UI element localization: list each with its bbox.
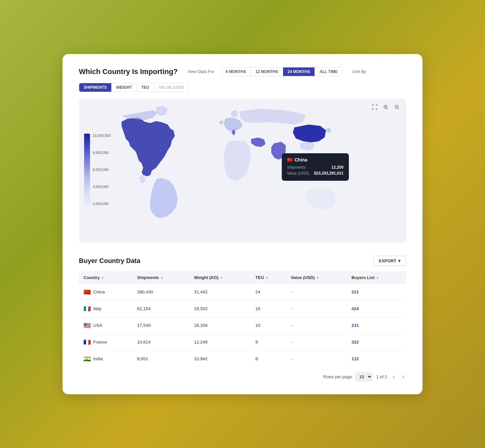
cell-weight-2: 18,204 — [189, 317, 251, 334]
header: Which Country Is Importing? View Data Fo… — [79, 67, 406, 92]
sort-icon-weight: ▾ — [221, 276, 222, 280]
col-teu[interactable]: TEU ▾ — [251, 271, 286, 284]
tooltip-value-value: $23,293,291,021 — [314, 171, 343, 176]
buyers-link-4[interactable]: 112 — [351, 356, 359, 361]
flag-0: 🇨🇳 — [83, 289, 91, 296]
sort-icon-buyers: ▾ — [377, 276, 378, 280]
cell-teu-2: 10 — [251, 317, 286, 334]
cell-buyers-3[interactable]: 322 — [347, 334, 406, 350]
export-button[interactable]: EXPORT ▾ — [373, 256, 406, 266]
zoom-out-icon[interactable] — [392, 103, 402, 112]
country-name-1: Italy — [93, 306, 101, 311]
cell-teu-4: 8 — [251, 350, 286, 367]
cell-buyers-4[interactable]: 112 — [347, 350, 406, 367]
tooltip-country: 🇨🇳 China — [287, 157, 344, 162]
cell-value-0: -- — [286, 284, 347, 301]
cell-shipments-2: 17,549 — [133, 317, 189, 334]
svg-line-5 — [398, 108, 399, 109]
time-btn-24months[interactable]: 24 MONTHS — [283, 67, 315, 76]
legend-label-2: 8,000,000 — [93, 151, 111, 155]
flag-1: 🇮🇹 — [83, 305, 91, 312]
section-title: Buyer Country Data — [79, 257, 140, 265]
unit-btn-weight[interactable]: WEIGHT — [112, 83, 137, 92]
chevron-down-icon: ▾ — [398, 258, 401, 263]
buyers-link-3[interactable]: 322 — [351, 340, 359, 345]
time-button-group: 6 MONTHS 12 MONTHS 24 MONTHS ALL TIME — [221, 67, 343, 76]
cell-shipments-1: 62,154 — [133, 300, 189, 317]
table-header-row: Country ▾ Shipments ▾ Weight (KG) ▾ TEU … — [79, 271, 406, 284]
rows-per-page-label: Rows per page: — [323, 374, 353, 379]
cell-shipments-4: 8,051 — [133, 350, 189, 367]
tooltip-shipments-label: Shipments — [287, 165, 306, 170]
data-table: Country ▾ Shipments ▾ Weight (KG) ▾ TEU … — [79, 271, 406, 367]
fullscreen-icon[interactable] — [370, 103, 379, 112]
map-container: 10,000,000 8,000,000 6,000,000 4,000,000… — [79, 99, 406, 243]
cell-weight-1: 29,502 — [189, 300, 251, 317]
legend-label-5: 2,000,000 — [93, 202, 111, 206]
cell-buyers-0[interactable]: 221 — [347, 284, 406, 301]
unit-by-label: Unit By — [352, 69, 366, 74]
legend-label-1: 10,000,000 — [93, 134, 111, 138]
buyers-link-1[interactable]: 424 — [351, 306, 359, 311]
world-map[interactable] — [79, 99, 406, 243]
cell-teu-1: 16 — [251, 300, 286, 317]
cell-buyers-1[interactable]: 424 — [347, 300, 406, 317]
legend-label-4: 4,000,000 — [93, 185, 111, 189]
flag-2: 🇺🇸 — [83, 322, 91, 329]
zoom-in-icon[interactable] — [381, 103, 390, 112]
legend-bar — [84, 134, 90, 206]
unit-btn-shipments[interactable]: SHIPMENTS — [79, 83, 112, 92]
page-title: Which Country Is Importing? — [79, 67, 178, 76]
tooltip-value-label: Value (USD) — [287, 171, 309, 176]
page-info: 1 of 3 — [376, 374, 387, 379]
cell-teu-0: 24 — [251, 284, 286, 301]
buyers-link-0[interactable]: 221 — [351, 289, 359, 294]
table-row: 🇫🇷 France 10,614 12,249 9 -- 322 — [79, 334, 406, 350]
time-btn-6months[interactable]: 6 MONTHS — [221, 67, 251, 76]
cell-value-4: -- — [286, 350, 347, 367]
prev-page-button[interactable]: ‹ — [391, 373, 396, 380]
table-row: 🇮🇳 India 8,051 10,942 8 -- 112 — [79, 350, 406, 367]
col-country[interactable]: Country ▾ — [79, 271, 133, 284]
view-data-label: View Data For — [188, 69, 214, 74]
tooltip-country-name: China — [295, 157, 307, 162]
cell-teu-3: 9 — [251, 334, 286, 350]
cell-shipments-0: 280,430 — [133, 284, 189, 301]
cell-value-1: -- — [286, 300, 347, 317]
sort-icon-country: ▾ — [102, 276, 103, 280]
cell-country-1: 🇮🇹 Italy — [79, 300, 133, 317]
unit-btn-value[interactable]: VALUE (USD) — [154, 83, 188, 92]
svg-line-1 — [387, 108, 388, 109]
sort-icon-teu: ▾ — [266, 276, 268, 280]
rows-per-page-select[interactable]: 10 25 50 — [355, 372, 372, 381]
cell-country-4: 🇮🇳 India — [79, 350, 133, 367]
next-page-button[interactable]: › — [401, 373, 406, 380]
col-shipments[interactable]: Shipments ▾ — [133, 271, 189, 284]
cell-value-2: -- — [286, 317, 347, 334]
cell-country-2: 🇺🇸 USA — [79, 317, 133, 334]
cell-value-3: -- — [286, 334, 347, 350]
flag-3: 🇫🇷 — [83, 339, 91, 346]
buyers-link-2[interactable]: 231 — [351, 323, 359, 328]
map-controls — [370, 103, 402, 112]
country-name-2: USA — [93, 323, 102, 328]
col-value[interactable]: Value (USD) ▾ — [286, 271, 347, 284]
cell-buyers-2[interactable]: 231 — [347, 317, 406, 334]
cell-weight-3: 12,249 — [189, 334, 251, 350]
col-weight[interactable]: Weight (KG) ▾ — [189, 271, 251, 284]
cell-weight-0: 31,442 — [189, 284, 251, 301]
cell-country-3: 🇫🇷 France — [79, 334, 133, 350]
table-row: 🇺🇸 USA 17,549 18,204 10 -- 231 — [79, 317, 406, 334]
map-legend: 10,000,000 8,000,000 6,000,000 4,000,000… — [84, 134, 111, 208]
tooltip-shipments-row: Shipments 12,200 — [287, 165, 344, 170]
unit-button-group: SHIPMENTS WEIGHT TEU VALUE (USD) — [79, 83, 189, 92]
tooltip-shipments-value: 12,200 — [332, 165, 344, 170]
unit-btn-teu[interactable]: TEU — [137, 83, 154, 92]
col-buyers[interactable]: Buyers List ▾ — [347, 271, 406, 284]
country-name-3: France — [93, 340, 107, 345]
time-btn-alltime[interactable]: ALL TIME — [315, 67, 342, 76]
table-body: 🇨🇳 China 280,430 31,442 24 -- 221 🇮🇹 Ita… — [79, 284, 406, 367]
map-tooltip: 🇨🇳 China Shipments 12,200 Value (USD) $2… — [282, 153, 349, 181]
pagination: Rows per page: 10 25 50 1 of 3 ‹ › — [79, 372, 406, 381]
time-btn-12months[interactable]: 12 MONTHS — [251, 67, 283, 76]
